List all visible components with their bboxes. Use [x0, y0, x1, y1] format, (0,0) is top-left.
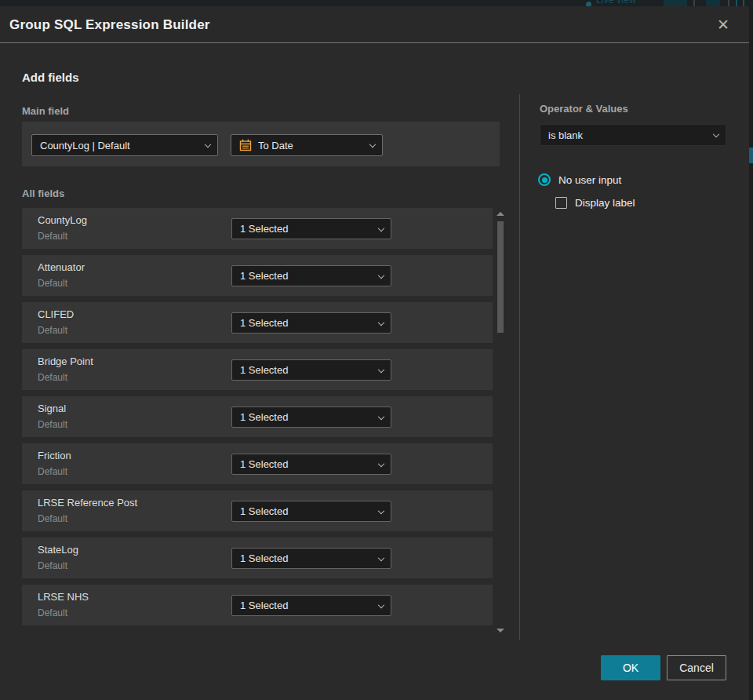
toolbar-divider — [736, 0, 737, 6]
app-toolbar-strip: Live view — [0, 0, 753, 6]
live-view-label: Live view — [596, 0, 636, 5]
radio-label: No user input — [558, 174, 621, 186]
dialog-header: Group SQL Expression Builder ✕ — [0, 6, 749, 43]
app-background-strip — [749, 6, 753, 700]
field-subtitle: Default — [38, 231, 67, 242]
selected-count: 1 Selected — [240, 364, 288, 376]
field-row: Attenuator Default 1 Selected — [22, 255, 493, 296]
field-row: StateLog Default 1 Selected — [22, 538, 493, 578]
toolbar-divider — [743, 0, 744, 6]
field-name: Friction — [38, 450, 71, 461]
field-subtitle: Default — [38, 372, 67, 383]
field-selected-dropdown[interactable]: 1 Selected — [231, 501, 391, 522]
chevron-down-icon — [378, 601, 384, 607]
operator-select[interactable]: is blank — [540, 124, 726, 146]
chevron-down-icon — [378, 366, 384, 372]
field-subtitle: Default — [38, 466, 67, 477]
field-selected-dropdown[interactable]: 1 Selected — [231, 454, 391, 475]
field-row: CountyLog Default 1 Selected — [22, 208, 493, 249]
selected-count: 1 Selected — [240, 270, 288, 282]
chevron-down-icon — [369, 141, 376, 148]
field-subtitle: Default — [38, 513, 67, 524]
background-teal-fragment — [749, 148, 753, 163]
field-subtitle: Default — [38, 607, 67, 618]
panel-divider — [519, 94, 520, 640]
field-selected-dropdown[interactable]: 1 Selected — [231, 359, 391, 381]
toolbar-button-fragment — [664, 0, 687, 6]
field-name: Signal — [38, 403, 66, 414]
scrollbar-thumb[interactable] — [497, 221, 504, 333]
chevron-down-icon — [378, 554, 384, 560]
toolbar-divider — [693, 0, 695, 6]
cancel-button[interactable]: Cancel — [667, 655, 726, 680]
scrollbar-up-arrow[interactable] — [497, 212, 504, 216]
field-name: CountyLog — [38, 214, 87, 226]
field-selected-dropdown[interactable]: 1 Selected — [231, 407, 391, 428]
field-subtitle: Default — [38, 278, 67, 289]
checkbox-label: Display label — [575, 197, 635, 209]
radio-selected-icon — [538, 173, 551, 186]
field-row: LRSE Reference Post Default 1 Selected — [22, 490, 493, 531]
all-fields-label: All fields — [22, 188, 64, 199]
main-field-select[interactable]: CountyLog | Default — [31, 134, 218, 156]
field-selected-dropdown[interactable]: 1 Selected — [231, 595, 391, 616]
chevron-down-icon — [713, 131, 719, 137]
chevron-down-icon — [378, 413, 384, 419]
field-name: Bridge Point — [38, 355, 93, 367]
selected-count: 1 Selected — [240, 600, 288, 611]
chevron-down-icon — [378, 507, 384, 513]
chevron-down-icon — [378, 272, 384, 278]
chevron-down-icon — [378, 460, 384, 466]
field-subtitle: Default — [38, 419, 67, 430]
dialog-title: Group SQL Expression Builder — [9, 6, 210, 43]
toolbar-divider — [728, 0, 729, 6]
field-subtitle: Default — [38, 325, 67, 336]
field-row: Bridge Point Default 1 Selected — [22, 349, 493, 390]
operator-values-label: Operator & Values — [540, 103, 628, 115]
field-row: CLIFED Default 1 Selected — [22, 302, 493, 343]
selected-count: 1 Selected — [240, 505, 288, 517]
field-name: LRSE NHS — [38, 591, 89, 603]
no-user-input-radio[interactable]: No user input — [538, 173, 621, 186]
toolbar-button-fragment — [706, 0, 720, 6]
field-name: StateLog — [38, 544, 78, 556]
chevron-down-icon — [205, 141, 211, 148]
field-name: LRSE Reference Post — [38, 497, 137, 509]
selected-count: 1 Selected — [240, 552, 288, 564]
field-row: LRSE NHS Default 1 Selected — [22, 585, 493, 625]
checkbox-unchecked-icon — [555, 197, 567, 209]
chevron-down-icon — [378, 224, 384, 231]
add-fields-heading: Add fields — [22, 71, 79, 84]
field-row: Signal Default 1 Selected — [22, 396, 493, 437]
scrollbar-down-arrow[interactable] — [497, 629, 504, 633]
field-selected-dropdown[interactable]: 1 Selected — [231, 548, 391, 569]
field-selected-dropdown[interactable]: 1 Selected — [231, 218, 391, 239]
selected-count: 1 Selected — [240, 458, 288, 470]
field-subtitle: Default — [38, 560, 67, 571]
group-sql-expression-builder-dialog: Group SQL Expression Builder ✕ Add field… — [0, 6, 749, 700]
chevron-down-icon — [378, 319, 384, 325]
display-label-checkbox[interactable]: Display label — [555, 197, 635, 209]
field-name: CLIFED — [38, 308, 74, 320]
selected-count: 1 Selected — [240, 223, 288, 235]
field-selected-dropdown[interactable]: 1 Selected — [231, 265, 391, 286]
operator-select-value: is blank — [548, 129, 583, 141]
field-selected-dropdown[interactable]: 1 Selected — [231, 312, 391, 334]
main-field-select-value: CountyLog | Default — [40, 140, 130, 151]
date-field-select-value: To Date — [258, 140, 293, 151]
field-row: Friction Default 1 Selected — [22, 443, 493, 484]
close-icon[interactable]: ✕ — [711, 6, 735, 43]
ok-button[interactable]: OK — [601, 655, 660, 680]
field-name: Attenuator — [38, 261, 85, 273]
date-field-select[interactable]: To Date — [231, 134, 383, 156]
main-field-panel: CountyLog | Default To Date — [22, 122, 500, 166]
selected-count: 1 Selected — [240, 411, 288, 423]
main-field-label: Main field — [22, 105, 69, 117]
selected-count: 1 Selected — [240, 317, 288, 329]
calendar-icon — [239, 139, 252, 151]
